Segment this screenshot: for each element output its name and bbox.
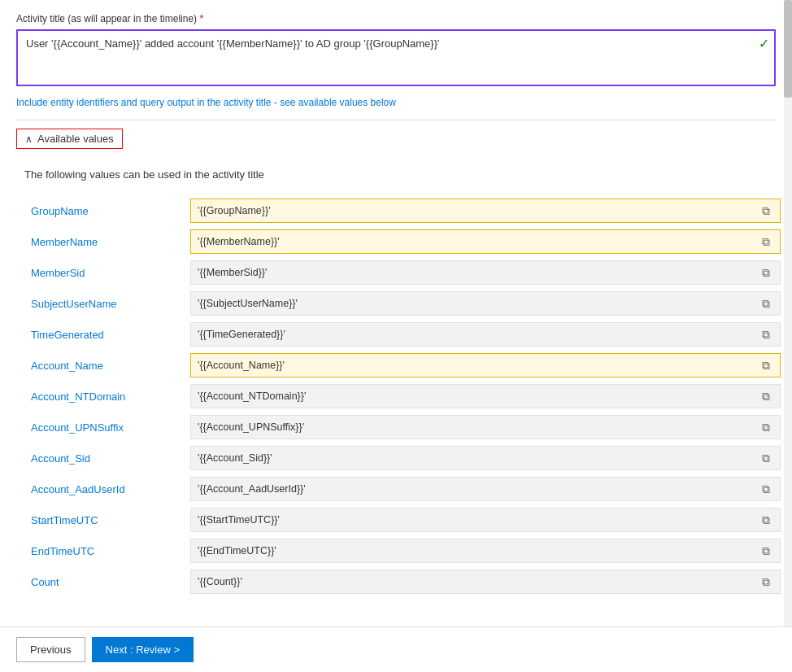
field-name-cell: EndTimeUTC (24, 535, 187, 566)
value-box: '{{Account_UPNSuffix}}'⧉ (190, 415, 781, 439)
copy-button[interactable]: ⧉ (759, 295, 773, 312)
table-row: Account_AadUserId'{{Account_AadUserId}}'… (24, 473, 784, 504)
value-text: '{{MemberSid}}' (198, 267, 755, 278)
table-row: Account_NTDomain'{{Account_NTDomain}}'⧉ (24, 381, 784, 412)
field-name-cell: Count (24, 566, 187, 597)
table-row: Account_Sid'{{Account_Sid}}'⧉ (24, 443, 784, 473)
value-text: '{{Account_AadUserId}}' (198, 483, 755, 495)
scrollbar-thumb[interactable] (784, 0, 792, 98)
copy-button[interactable]: ⧉ (759, 233, 773, 251)
field-value-cell: '{{Account_Sid}}'⧉ (187, 443, 784, 473)
value-box: '{{Account_AadUserId}}'⧉ (190, 477, 781, 501)
field-name-cell: SubjectUserName (24, 288, 187, 319)
value-text: '{{GroupName}}' (198, 205, 755, 216)
value-text: '{{TimeGenerated}}' (198, 329, 755, 340)
copy-button[interactable]: ⧉ (759, 388, 773, 405)
value-box: '{{TimeGenerated}}'⧉ (190, 322, 781, 347)
field-value-cell: '{{Count}}'⧉ (187, 566, 784, 597)
field-value-cell: '{{Account_NTDomain}}'⧉ (187, 381, 784, 412)
available-values-toggle[interactable]: ∧ Available values (16, 129, 123, 149)
value-box: '{{Account_Name}}'⧉ (190, 353, 781, 377)
value-box: '{{MemberSid}}'⧉ (190, 260, 781, 285)
copy-button[interactable]: ⧉ (759, 512, 773, 529)
table-row: Account_UPNSuffix'{{Account_UPNSuffix}}'… (24, 412, 784, 443)
available-values-description: The following values can be used in the … (24, 168, 776, 181)
field-name-cell: Account_Sid (24, 443, 187, 473)
field-name-cell: Account_Name (24, 350, 187, 381)
table-row: TimeGenerated'{{TimeGenerated}}'⧉ (24, 319, 784, 350)
field-name-cell: TimeGenerated (24, 319, 187, 350)
value-box: '{{StartTimeUTC}}'⧉ (190, 508, 781, 532)
value-text: '{{MemberName}}' (198, 236, 755, 247)
value-box: '{{Account_NTDomain}}'⧉ (190, 384, 781, 408)
copy-button[interactable]: ⧉ (759, 481, 773, 498)
field-name-cell: StartTimeUTC (24, 504, 187, 535)
field-value-cell: '{{MemberName}}'⧉ (187, 226, 784, 257)
table-row: Account_Name'{{Account_Name}}'⧉ (24, 350, 784, 381)
copy-button[interactable]: ⧉ (759, 326, 773, 343)
table-row: GroupName'{{GroupName}}'⧉ (24, 195, 784, 226)
field-value-cell: '{{SubjectUserName}}'⧉ (187, 288, 784, 319)
table-row: EndTimeUTC'{{EndTimeUTC}}'⧉ (24, 535, 784, 566)
value-text: '{{SubjectUserName}}' (198, 298, 755, 309)
copy-button[interactable]: ⧉ (759, 543, 773, 560)
value-text: '{{Account_Name}}' (198, 360, 755, 371)
available-values-label: Available values (37, 133, 114, 145)
separator-line (16, 120, 776, 120)
value-box: '{{Account_Sid}}'⧉ (190, 446, 781, 470)
value-box: '{{Count}}'⧉ (190, 569, 781, 594)
copy-button[interactable]: ⧉ (759, 419, 773, 436)
table-row: SubjectUserName'{{SubjectUserName}}'⧉ (24, 288, 784, 319)
field-label-text: Activity title (as will appear in the ti… (16, 13, 197, 24)
field-name-cell: MemberName (24, 226, 187, 257)
activity-title-wrapper: ✓ (16, 29, 776, 89)
field-value-cell: '{{EndTimeUTC}}'⧉ (187, 535, 784, 566)
copy-button[interactable]: ⧉ (759, 264, 773, 281)
value-box: '{{SubjectUserName}}'⧉ (190, 291, 781, 316)
scrollbar[interactable] (784, 0, 792, 626)
table-row: Count'{{Count}}'⧉ (24, 566, 784, 597)
field-value-cell: '{{Account_UPNSuffix}}'⧉ (187, 412, 784, 443)
value-box: '{{EndTimeUTC}}'⧉ (190, 539, 781, 563)
copy-button[interactable]: ⧉ (759, 203, 773, 220)
field-value-cell: '{{GroupName}}'⧉ (187, 195, 784, 226)
value-box: '{{GroupName}}'⧉ (190, 199, 781, 223)
values-table: GroupName'{{GroupName}}'⧉MemberName'{{Me… (24, 195, 784, 597)
table-row: MemberName'{{MemberName}}'⧉ (24, 226, 784, 257)
field-name-cell: MemberSid (24, 257, 187, 288)
value-text: '{{EndTimeUTC}}' (198, 545, 755, 556)
activity-title-input[interactable] (16, 29, 776, 86)
field-value-cell: '{{MemberSid}}'⧉ (187, 257, 784, 288)
field-name-cell: Account_AadUserId (24, 473, 187, 504)
field-name-cell: GroupName (24, 195, 187, 226)
footer: Previous Next : Review > (0, 626, 792, 672)
value-text: '{{Count}}' (198, 576, 755, 587)
copy-button[interactable]: ⧉ (759, 574, 773, 591)
include-entity-text: Include entity identifiers and query out… (16, 97, 776, 108)
previous-button[interactable]: Previous (16, 637, 85, 662)
checkmark-icon: ✓ (759, 36, 769, 51)
chevron-up-icon: ∧ (25, 133, 33, 145)
field-name-cell: Account_NTDomain (24, 381, 187, 412)
field-value-cell: '{{Account_AadUserId}}'⧉ (187, 473, 784, 504)
next-review-button[interactable]: Next : Review > (92, 637, 194, 662)
required-marker: * (199, 13, 203, 24)
value-text: '{{StartTimeUTC}}' (198, 514, 755, 526)
value-text: '{{Account_UPNSuffix}}' (198, 421, 755, 433)
field-value-cell: '{{StartTimeUTC}}'⧉ (187, 504, 784, 535)
value-text: '{{Account_Sid}}' (198, 452, 755, 464)
value-box: '{{MemberName}}'⧉ (190, 229, 781, 254)
field-value-cell: '{{TimeGenerated}}'⧉ (187, 319, 784, 350)
copy-button[interactable]: ⧉ (759, 357, 773, 374)
field-value-cell: '{{Account_Name}}'⧉ (187, 350, 784, 381)
copy-button[interactable]: ⧉ (759, 450, 773, 467)
table-row: StartTimeUTC'{{StartTimeUTC}}'⧉ (24, 504, 784, 535)
value-text: '{{Account_NTDomain}}' (198, 391, 755, 402)
main-content: Activity title (as will appear in the ti… (0, 0, 792, 618)
table-row: MemberSid'{{MemberSid}}'⧉ (24, 257, 784, 288)
field-name-cell: Account_UPNSuffix (24, 412, 187, 443)
activity-title-label: Activity title (as will appear in the ti… (16, 13, 776, 24)
